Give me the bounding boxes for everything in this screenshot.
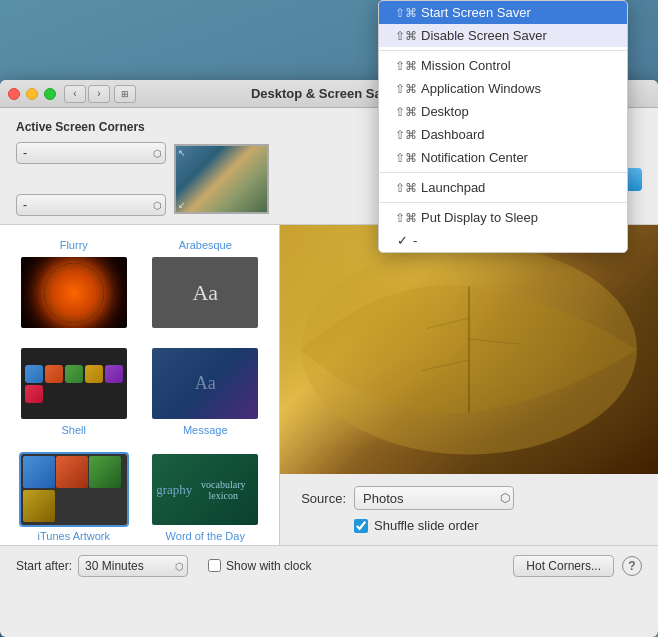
aw-shortcut: ⇧⌘ <box>395 82 417 96</box>
desktop-label: Desktop <box>421 104 469 119</box>
ss-thumb-flurry <box>19 255 129 330</box>
menu-item-disable-screen-saver[interactable]: ⇧⌘ Disable Screen Saver <box>379 24 627 47</box>
ss-item-shell[interactable]: Shell <box>14 342 134 436</box>
ss-label-flurry-top: Flurry <box>60 239 88 251</box>
disable-ss-shortcut: ⇧⌘ <box>395 29 417 43</box>
ss-list: Flurry Arabesque Aa <box>0 225 280 545</box>
menu-item-dash[interactable]: ✓ - <box>379 229 627 252</box>
ss-thumb-wordofday: graphyvocabulary lexicon <box>150 452 260 527</box>
corner-selects: - ⬡ - ⬡ <box>16 142 166 216</box>
nc-shortcut: ⇧⌘ <box>395 151 417 165</box>
ss-item-wordofday[interactable]: graphyvocabulary lexicon Word of the Day <box>146 448 266 542</box>
menu-item-mission-control[interactable]: ⇧⌘ Mission Control <box>379 54 627 77</box>
lp-shortcut: ⇧⌘ <box>395 181 417 195</box>
ss-item-itunes[interactable]: iTunes Artwork <box>14 448 134 542</box>
minimize-button[interactable] <box>26 88 38 100</box>
start-ss-label: Start Screen Saver <box>421 5 531 20</box>
source-row: Source: Photos iPhoto Aperture ⬡ <box>296 486 642 510</box>
menu-item-application-windows[interactable]: ⇧⌘ Application Windows <box>379 77 627 100</box>
leaf-svg <box>280 225 658 474</box>
lp-label: Launchpad <box>421 180 485 195</box>
ss-name-itunes: iTunes Artwork <box>38 530 110 542</box>
dash-checkmark: ✓ <box>395 233 409 248</box>
bottom-bar: Start after: 30 Minutes 5 Minutes 10 Min… <box>0 545 658 585</box>
shuffle-label: Shuffle slide order <box>374 518 479 533</box>
menu-item-notification-center[interactable]: ⇧⌘ Notification Center <box>379 146 627 169</box>
dash-label: - <box>413 233 417 248</box>
source-select[interactable]: Photos iPhoto Aperture <box>354 486 514 510</box>
dropdown-menu: ⇧⌘ Start Screen Saver ⇧⌘ Disable Screen … <box>378 0 628 253</box>
desktop-shortcut: ⇧⌘ <box>395 105 417 119</box>
help-button[interactable]: ? <box>622 556 642 576</box>
shell-icon-4 <box>85 365 103 383</box>
thumb-wordofday-art: graphyvocabulary lexicon <box>152 454 258 525</box>
ss-item-arabesque[interactable]: Arabesque Aa <box>146 239 266 330</box>
corner-preview: ↖ ↙ <box>174 144 269 214</box>
menu-item-desktop[interactable]: ⇧⌘ Desktop <box>379 100 627 123</box>
maximize-button[interactable] <box>44 88 56 100</box>
ss-item-message[interactable]: Aa Message <box>146 342 266 436</box>
forward-button[interactable]: › <box>88 85 110 103</box>
show-clock-wrapper: Show with clock <box>208 559 311 573</box>
corner-select-top-input[interactable]: - <box>16 142 166 164</box>
source-label: Source: <box>296 491 346 506</box>
ss-preview-image <box>280 225 658 474</box>
ss-name-wordofday: Word of the Day <box>166 530 245 542</box>
nav-buttons: ‹ › <box>64 85 110 103</box>
itunes-art-4 <box>23 490 55 522</box>
shell-icon-5 <box>105 365 123 383</box>
ss-thumb-message: Aa <box>150 346 260 421</box>
itunes-art-1 <box>23 456 55 488</box>
nc-label: Notification Center <box>421 150 528 165</box>
mc-shortcut: ⇧⌘ <box>395 59 417 73</box>
flurry-art-element <box>44 263 104 323</box>
shuffle-row: Shuffle slide order <box>296 518 642 533</box>
ss-label-arabesque-top: Arabesque <box>179 239 232 251</box>
shell-icons-grid <box>21 361 127 407</box>
ss-name-message: Message <box>183 424 228 436</box>
itunes-art-3 <box>89 456 121 488</box>
source-select-wrapper[interactable]: Photos iPhoto Aperture ⬡ <box>354 486 514 510</box>
ss-name-shell: Shell <box>62 424 86 436</box>
grid-button[interactable]: ⊞ <box>114 85 136 103</box>
corner-tl-arrow: ↖ <box>178 148 186 158</box>
ss-preview-panel: Source: Photos iPhoto Aperture ⬡ Shuffle… <box>280 225 658 545</box>
dashboard-label: Dashboard <box>421 127 485 142</box>
show-clock-checkbox[interactable] <box>208 559 221 572</box>
corner-select-top[interactable]: - ⬡ <box>16 142 166 164</box>
menu-item-launchpad[interactable]: ⇧⌘ Launchpad <box>379 176 627 199</box>
thumb-itunes-art <box>21 454 127 525</box>
back-button[interactable]: ‹ <box>64 85 86 103</box>
ss-item-flurry[interactable]: Flurry <box>14 239 134 330</box>
thumb-message-art: Aa <box>152 348 258 419</box>
shell-icon-3 <box>65 365 83 383</box>
dashboard-shortcut: ⇧⌘ <box>395 128 417 142</box>
corner-select-bottom[interactable]: - ⬡ <box>16 194 166 216</box>
menu-item-dashboard[interactable]: ⇧⌘ Dashboard <box>379 123 627 146</box>
shell-icon-1 <box>25 365 43 383</box>
ss-grid: Flurry Arabesque Aa <box>10 235 269 545</box>
aw-label: Application Windows <box>421 81 541 96</box>
close-button[interactable] <box>8 88 20 100</box>
traffic-lights <box>8 88 56 100</box>
corner-select-bottom-input[interactable]: - <box>16 194 166 216</box>
start-after-select[interactable]: 30 Minutes 5 Minutes 10 Minutes 20 Minut… <box>78 555 188 577</box>
shuffle-checkbox[interactable] <box>354 519 368 533</box>
menu-sep-1 <box>379 50 627 51</box>
menu-item-put-display-sleep[interactable]: ⇧⌘ Put Display to Sleep <box>379 206 627 229</box>
menu-sep-3 <box>379 202 627 203</box>
start-ss-shortcut: ⇧⌘ <box>395 6 417 20</box>
start-after-label: Start after: <box>16 559 72 573</box>
hot-corners-button[interactable]: Hot Corners... <box>513 555 614 577</box>
itunes-art-2 <box>56 456 88 488</box>
pds-label: Put Display to Sleep <box>421 210 538 225</box>
disable-ss-label: Disable Screen Saver <box>421 28 547 43</box>
menu-item-start-screen-saver[interactable]: ⇧⌘ Start Screen Saver <box>379 1 627 24</box>
ss-thumb-shell <box>19 346 129 421</box>
ss-thumb-arabesque: Aa <box>150 255 260 330</box>
ss-controls: Source: Photos iPhoto Aperture ⬡ Shuffle… <box>280 474 658 545</box>
start-after-select-wrapper[interactable]: 30 Minutes 5 Minutes 10 Minutes 20 Minut… <box>78 555 188 577</box>
message-text-display: Aa <box>195 373 216 394</box>
corner-preview-image <box>176 146 267 212</box>
ss-thumb-itunes <box>19 452 129 527</box>
